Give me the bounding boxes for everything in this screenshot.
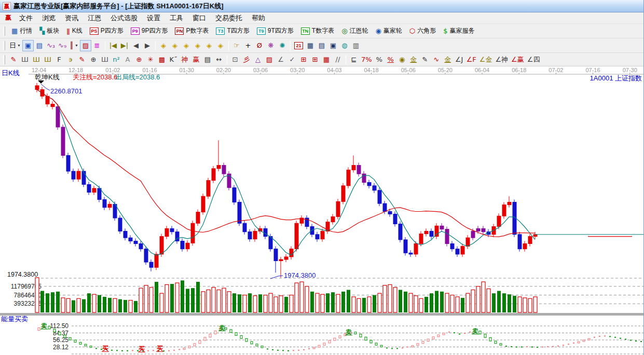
winner-wheel-button[interactable]: ◉赢家轮 [372, 25, 405, 37]
winner-service-button-label: 赢家服务 [449, 26, 474, 35]
f-comb-tool[interactable]: F [53, 54, 65, 65]
menu-item-8[interactable]: 交易委托 [211, 13, 247, 23]
p-square-button[interactable]: PSP四方形 [86, 25, 127, 37]
crosshair-button[interactable]: + [242, 40, 254, 51]
drag-hand-button[interactable]: ☞ [231, 40, 242, 51]
angle-ying-tool[interactable]: ∠赢 [510, 54, 526, 65]
t-square-button[interactable]: T3T四方形 [212, 25, 253, 37]
radial-web-tool[interactable]: ✳ [145, 54, 156, 65]
web-button[interactable]: ◍ [339, 40, 350, 51]
next-button[interactable]: ▶ [142, 40, 153, 51]
fan-triangle-tool[interactable]: △ [252, 54, 264, 65]
shrink-x-button[interactable]: ◈ [158, 40, 169, 51]
angle-f-tool[interactable]: ∠F [465, 54, 478, 65]
notes-button[interactable]: ▤ [316, 40, 327, 51]
menu-item-3[interactable]: 江恩 [83, 13, 106, 23]
comb-plain-tool[interactable]: Ш [99, 54, 111, 65]
fan-lines-tool[interactable]: 彡 [241, 54, 252, 65]
box-select-tool[interactable]: ⊡ [229, 54, 241, 65]
menu-item-6[interactable]: 工具 [165, 13, 188, 23]
pattern-tool[interactable]: ▨ [80, 40, 91, 51]
gold-line2-tool[interactable]: 金 [442, 54, 454, 65]
menu-item-9[interactable]: 帮助 [247, 13, 270, 23]
fit-all-button[interactable]: ◈ [215, 40, 226, 51]
quotes-button[interactable]: ▦行情 [8, 25, 36, 37]
angle-line-tool[interactable]: ∠ [275, 54, 286, 65]
gann-wheel-button[interactable]: ◎江恩轮 [338, 25, 372, 37]
sectors-button[interactable]: ▚板块 [36, 25, 63, 37]
shen-comb-tool[interactable]: 神 [179, 54, 190, 65]
gann-steps-tool[interactable]: ⊑ [348, 54, 360, 65]
angle-si-tool[interactable]: ∠四 [526, 54, 542, 65]
pct-line-tool[interactable]: % [385, 54, 396, 65]
wave9-tool[interactable]: ∿₉ [57, 40, 68, 51]
n2-tool[interactable]: n² [111, 54, 122, 65]
brush-grid-tool[interactable]: ✎ [76, 54, 88, 65]
pct-tool[interactable]: % [374, 54, 385, 65]
first-button[interactable]: |◀ [107, 40, 119, 51]
slash-lines-tool[interactable]: ∕∕ [332, 54, 344, 65]
gold-circle-tool[interactable]: ◉ [396, 54, 408, 65]
expand-x-button[interactable]: ◈ [181, 40, 192, 51]
p-table-button[interactable]: PNP数字表 [171, 25, 212, 37]
calculator-button[interactable]: ▦ [305, 40, 316, 51]
gann-frame-tool[interactable]: ▣ [22, 40, 34, 51]
expand-xy-button[interactable]: ◈ [203, 40, 215, 51]
kline-button[interactable]: ǁK线 [63, 25, 86, 37]
gann-flower-teal-button[interactable]: ✺ [277, 40, 288, 51]
menu-item-2[interactable]: 资讯 [60, 13, 83, 23]
prev-button[interactable]: ◀ [130, 40, 142, 51]
angle-gold-tool[interactable]: ∠金 [478, 54, 494, 65]
span-arrows-tool[interactable]: ↔ [213, 54, 225, 65]
menu-item-0[interactable]: 文件 [15, 13, 37, 23]
child-window-icon[interactable]: 赢 [2, 13, 15, 22]
k-mark-tool[interactable]: K˝ [168, 54, 179, 65]
zoom-cancel-button[interactable]: Ø [254, 40, 265, 51]
grid-comb-tool[interactable]: Ш [19, 54, 31, 65]
chart-area[interactable]: 12-0412-1801-0201-1601-3002-2003-0603-20… [0, 66, 644, 355]
square-web-tool[interactable]: ▩ [156, 54, 168, 65]
ying-comb-tool[interactable]: 赢 [190, 54, 202, 65]
info-panel-tool[interactable]: ▤ [34, 40, 45, 51]
grow-x-button[interactable]: ◈ [169, 40, 181, 51]
brush-tool[interactable]: ✎ [8, 54, 19, 65]
candle-style-dropdown[interactable]: ║▼ [68, 40, 80, 51]
hatch-box-tool[interactable]: ▨ [264, 54, 275, 65]
hist-colors-tool[interactable]: ≣ [91, 40, 103, 51]
save-button[interactable]: ▣ [327, 40, 339, 51]
menu-item-7[interactable]: 窗口 [188, 13, 211, 23]
brush-candle-tool[interactable]: ✎ [419, 54, 431, 65]
grid-red3-tool[interactable]: ▦ [321, 54, 332, 65]
target-tool[interactable]: ⊕ [133, 54, 145, 65]
check-line-tool[interactable]: ✓ [286, 54, 298, 65]
spiral-tool[interactable]: ϶ [65, 54, 76, 65]
hexagon-button[interactable]: ⬡六角形 [406, 25, 440, 37]
compress-xy-button[interactable]: ◈ [192, 40, 203, 51]
grid-red-tool[interactable]: ⊞ [298, 54, 309, 65]
publish-button[interactable]: ▥ [350, 40, 362, 51]
9p-square-button[interactable]: P99P四方形 [127, 25, 172, 37]
menu-item-5[interactable]: 设置 [142, 13, 165, 23]
grid-red2-tool[interactable]: ⊞ [309, 54, 321, 65]
9t-square-button[interactable]: T99T四方形 [253, 25, 297, 37]
seven-pct-tool[interactable]: 7% [360, 54, 374, 65]
gold-line-tool[interactable]: 金 [408, 54, 419, 65]
angle-shen-tool[interactable]: ∠神 [494, 54, 510, 65]
wave-tool[interactable]: ∿ [431, 54, 442, 65]
kline-canvas[interactable]: 12-0412-1801-0201-1601-3002-2003-0603-20… [0, 66, 644, 355]
menu-item-4[interactable]: 公式选股 [106, 13, 142, 23]
wave3-tool[interactable]: ∿₃ [45, 40, 57, 51]
gold-comb-tool[interactable]: Ш [31, 54, 42, 65]
winner-service-button[interactable]: $赢家服务 [440, 25, 478, 37]
gann-flower-purple-button[interactable]: ❋ [265, 40, 277, 51]
ruler-123-tool[interactable]: ▤ [202, 54, 213, 65]
last-button[interactable]: ▶| [119, 40, 130, 51]
calendar-button[interactable]: 21 [293, 40, 305, 51]
gold-comb2-tool[interactable]: Ш [42, 54, 53, 65]
menu-item-1[interactable]: 浏览 [37, 13, 60, 23]
angle-j-tool[interactable]: ∠J [454, 54, 465, 65]
angle-a-tool[interactable]: A [122, 54, 133, 65]
t-table-button[interactable]: TNT数字表 [297, 25, 338, 37]
period-day-dropdown[interactable]: 日▼ [8, 40, 22, 51]
circle-grid-tool[interactable]: ⊕ [88, 54, 99, 65]
